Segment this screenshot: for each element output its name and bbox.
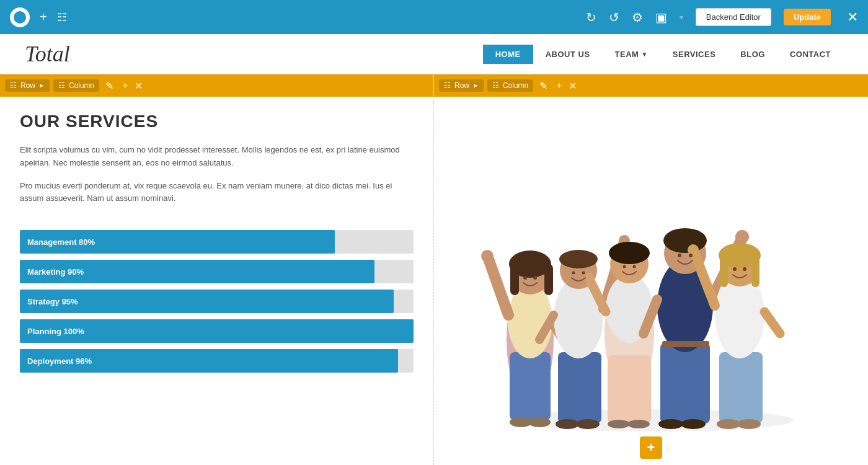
right-editor-bar: ☷ Row ► ☷ Column ✎ + ✕ — [434, 74, 868, 97]
add-button[interactable]: + — [40, 10, 47, 24]
progress-marketing: Marketing 90% — [20, 260, 414, 283]
services-paragraph-1: Elit scripta volumus cu vim, cum no vidi… — [20, 144, 414, 170]
progress-bars: Management 80% Marketing 90% Strategy 95 — [20, 230, 414, 373]
svg-point-51 — [717, 419, 740, 429]
main-content: ☷ Row ► ☷ Column ✎ + ✕ OUR SERVICES Elit… — [0, 74, 868, 465]
site-nav: HOME ABOUT US TEAM ▼ SERVICES BLOG CONTA… — [483, 45, 843, 64]
svg-point-60 — [689, 254, 693, 257]
progress-fill-strategy: Strategy 95% — [20, 290, 394, 313]
right-column-label: Column — [503, 81, 528, 90]
svg-point-61 — [733, 267, 737, 271]
svg-point-54 — [533, 276, 537, 280]
nav-item-blog[interactable]: BLOG — [728, 45, 777, 64]
close-column-icon[interactable]: ✕ — [135, 80, 143, 92]
services-title: OUR SERVICES — [20, 112, 414, 131]
progress-label-deployment: Deployment 96% — [27, 356, 92, 366]
right-row-arrow-icon: ► — [473, 82, 479, 89]
progress-label-marketing: Marketing 90% — [27, 267, 84, 277]
right-row-control[interactable]: ☷ Row ► — [439, 79, 484, 92]
svg-point-16 — [559, 250, 598, 268]
left-panel: ☷ Row ► ☷ Column ✎ + ✕ OUR SERVICES Elit… — [0, 74, 434, 465]
nav-item-team[interactable]: TEAM ▼ — [603, 45, 660, 64]
svg-point-40 — [658, 419, 683, 429]
edit-icon[interactable]: ✎ — [103, 79, 116, 93]
svg-point-12 — [528, 417, 551, 427]
svg-point-59 — [678, 254, 681, 257]
column-control[interactable]: ☷ Column — [53, 79, 99, 92]
progress-fill-marketing: Marketing 90% — [20, 260, 374, 283]
update-button[interactable]: Update — [784, 9, 831, 25]
team-dropdown-arrow: ▼ — [641, 51, 647, 58]
svg-point-9 — [481, 250, 494, 262]
svg-point-55 — [572, 272, 575, 275]
progress-label-strategy: Strategy 95% — [27, 297, 78, 306]
svg-rect-23 — [608, 355, 651, 423]
undo-icon[interactable]: ↻ — [586, 10, 596, 25]
svg-point-30 — [608, 420, 630, 428]
right-column-grid-icon: ☷ — [492, 81, 499, 90]
svg-point-52 — [737, 419, 761, 429]
backend-editor-button[interactable]: Backend Editor — [696, 8, 771, 26]
progress-deployment: Deployment 96% — [20, 349, 414, 373]
nav-item-services[interactable]: SERVICES — [660, 45, 728, 64]
svg-rect-6 — [510, 264, 519, 295]
left-editor-bar: ☷ Row ► ☷ Column ✎ + ✕ — [0, 74, 433, 97]
right-row-label: Row — [454, 81, 469, 90]
nav-item-about[interactable]: ABOUT US — [533, 45, 603, 64]
right-add-icon[interactable]: + — [554, 79, 564, 92]
people-image-area: + — [434, 97, 868, 465]
progress-track-marketing: Marketing 90% — [20, 260, 414, 283]
svg-rect-32 — [660, 343, 710, 423]
people-illustration — [471, 129, 831, 433]
svg-rect-42 — [719, 352, 763, 423]
progress-strategy: Strategy 95% — [20, 290, 414, 313]
svg-point-57 — [623, 265, 626, 268]
nav-item-contact[interactable]: CONTACT — [777, 45, 843, 64]
row-label: Row — [20, 81, 35, 90]
grid-button[interactable]: ☷ — [57, 11, 67, 24]
right-panel: ☷ Row ► ☷ Column ✎ + ✕ — [434, 74, 868, 465]
logo-icon — [10, 7, 30, 27]
right-row-grid-icon: ☷ — [444, 81, 451, 90]
close-button[interactable]: ✕ — [847, 9, 858, 25]
row-grid-icon: ☷ — [10, 81, 17, 90]
progress-fill-management: Management 80% — [20, 230, 335, 254]
row-control[interactable]: ☷ Row ► — [5, 79, 50, 92]
left-content: OUR SERVICES Elit scripta volumus cu vim… — [0, 97, 433, 394]
svg-line-50 — [764, 312, 780, 334]
svg-point-21 — [576, 419, 600, 429]
svg-point-53 — [523, 276, 527, 280]
svg-point-58 — [633, 265, 636, 268]
site-logo: Total — [25, 41, 70, 67]
svg-rect-46 — [720, 253, 728, 287]
display-icon[interactable]: ▣ — [655, 10, 667, 25]
row-arrow-icon: ► — [39, 82, 45, 89]
progress-planning: Planning 100% — [20, 319, 414, 343]
right-column-control[interactable]: ☷ Column — [487, 79, 533, 92]
svg-point-56 — [582, 272, 585, 275]
progress-management: Management 80% — [20, 230, 414, 254]
progress-fill-planning: Planning 100% — [20, 319, 414, 343]
main-toolbar: + ☷ ↻ ↺ ⚙ ▣ ▾ Backend Editor Update ✕ — [0, 0, 868, 34]
settings-icon[interactable]: ⚙ — [632, 10, 643, 25]
svg-point-26 — [609, 242, 650, 264]
right-edit-icon[interactable]: ✎ — [537, 79, 550, 93]
svg-rect-7 — [544, 264, 553, 295]
progress-fill-deployment: Deployment 96% — [20, 349, 398, 373]
svg-point-62 — [743, 267, 746, 271]
progress-track-strategy: Strategy 95% — [20, 290, 414, 313]
svg-line-8 — [489, 259, 508, 315]
redo-icon[interactable]: ↺ — [609, 10, 619, 25]
right-close-icon[interactable]: ✕ — [569, 80, 577, 92]
services-paragraph-2: Pro mucius everti ponderum at, vix reque… — [20, 180, 414, 206]
add-column-icon[interactable]: + — [120, 79, 130, 92]
nav-item-home[interactable]: HOME — [483, 45, 533, 64]
site-header: Total HOME ABOUT US TEAM ▼ SERVICES BLOG… — [0, 34, 868, 74]
svg-point-49 — [688, 244, 699, 255]
add-section-button[interactable]: + — [640, 436, 662, 459]
progress-track-management: Management 80% — [20, 230, 414, 254]
progress-label-management: Management 80% — [27, 237, 95, 247]
svg-rect-36 — [662, 341, 709, 347]
svg-point-20 — [556, 419, 579, 429]
svg-rect-13 — [558, 352, 601, 423]
